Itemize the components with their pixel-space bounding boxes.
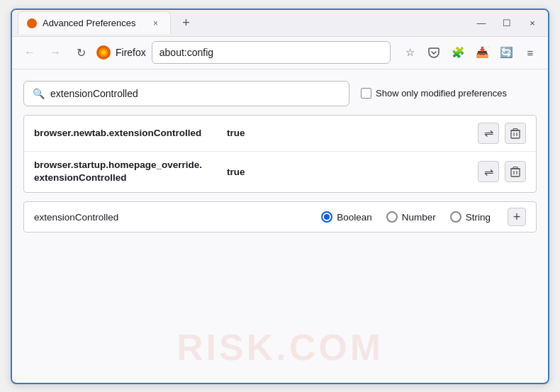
watermark: RISK.COM [177,326,383,369]
add-preference-row: extensionControlled Boolean Number Strin… [23,201,537,233]
nav-icons: ☆ 🧩 📥 🔄 ≡ [399,42,541,63]
downloads-button[interactable]: 📥 [471,42,493,63]
radio-number-label: Number [402,212,436,223]
new-pref-name: extensionControlled [34,212,118,223]
show-modified-container: Show only modified preferences [361,88,507,99]
address-bar[interactable]: about:config [152,41,391,64]
minimize-button[interactable]: — [471,13,491,33]
firefox-logo-icon [96,45,111,60]
pref-name-1: browser.newtab.extensionControlled [34,128,218,138]
url-text: about:config [159,47,213,58]
search-icon: 🔍 [33,88,45,99]
bookmark-button[interactable]: ☆ [399,42,420,63]
pref-value-1: true [227,128,245,138]
delete-button-2[interactable] [505,161,526,182]
navigation-bar: ← → ↻ Firefox about:config ☆ 🧩 📥 🔄 ≡ [12,37,548,69]
title-bar: Advanced Preferences × + — ☐ × [12,10,548,37]
pocket-icon [428,47,439,58]
tab-favicon [27,18,37,28]
sync-button[interactable]: 🔄 [495,42,517,63]
content-area: RISK.COM 🔍 Show only modified preference… [12,69,548,383]
radio-number[interactable]: Number [386,211,436,223]
window-controls: — ☐ × [471,13,542,33]
close-button[interactable]: × [522,13,542,33]
delete-icon-1 [510,128,520,139]
search-input[interactable] [50,88,340,99]
browser-tab[interactable]: Advanced Preferences × [18,11,171,34]
tab-close-button[interactable]: × [150,18,162,29]
svg-point-2 [101,50,106,55]
show-modified-checkbox[interactable] [361,88,371,99]
show-modified-label: Show only modified preferences [376,88,507,99]
pref-actions-2: ⇌ [478,161,526,182]
radio-boolean-outer [321,211,332,223]
svg-rect-8 [511,169,520,177]
svg-rect-3 [511,130,520,138]
search-container: 🔍 Show only modified preferences [23,81,537,106]
radio-string[interactable]: String [450,211,491,223]
radio-number-outer [386,211,398,223]
reset-button-2[interactable]: ⇌ [478,161,499,182]
preferences-table: browser.newtab.extensionControlled true … [23,115,537,194]
browser-window: Advanced Preferences × + — ☐ × ← → ↻ Fir… [11,9,549,384]
table-row: browser.startup.homepage_override. exten… [24,152,536,193]
reload-button[interactable]: ↻ [70,42,91,63]
type-radio-group: Boolean Number String [321,211,491,223]
reset-button-1[interactable]: ⇌ [478,123,499,144]
table-row: browser.newtab.extensionControlled true … [24,116,536,152]
pref-value-2: true [227,167,245,177]
tab-title: Advanced Preferences [43,18,136,28]
new-tab-button[interactable]: + [177,13,196,33]
search-box[interactable]: 🔍 [23,81,349,106]
radio-string-label: String [466,212,491,223]
radio-boolean[interactable]: Boolean [321,211,372,223]
pref-name-2: browser.startup.homepage_override. exten… [34,159,218,186]
pocket-button[interactable] [423,42,444,63]
pref-actions-1: ⇌ [478,123,526,144]
delete-button-1[interactable] [505,123,526,144]
radio-boolean-label: Boolean [337,212,372,223]
forward-button[interactable]: → [45,42,66,63]
add-pref-button[interactable]: + [508,208,526,226]
back-button[interactable]: ← [19,42,40,63]
maximize-button[interactable]: ☐ [497,13,517,33]
delete-icon-2 [510,166,520,177]
radio-string-outer [450,211,461,223]
menu-button[interactable]: ≡ [520,42,541,63]
radio-boolean-inner [324,214,330,220]
extension-button[interactable]: 🧩 [447,42,469,63]
browser-name: Firefox [116,47,146,58]
